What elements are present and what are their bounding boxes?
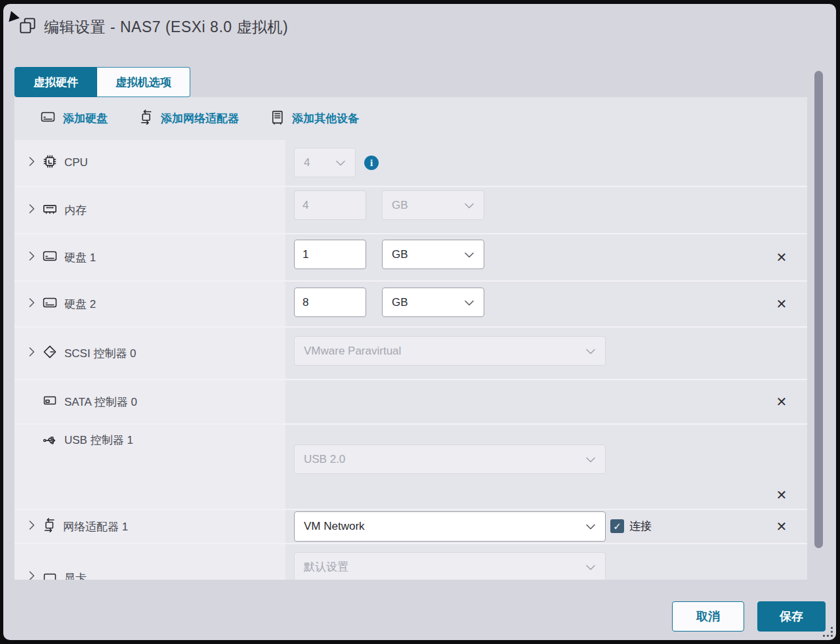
memory-unit-select: GB — [382, 190, 484, 220]
network-adapter-icon — [41, 517, 57, 536]
cancel-button[interactable]: 取消 — [672, 601, 744, 632]
row-label: 显卡 — [64, 570, 87, 580]
expand-chevron-icon[interactable] — [29, 204, 35, 217]
expand-chevron-icon[interactable] — [29, 347, 35, 360]
network-value: VM Network — [304, 520, 365, 533]
hard-disk-icon — [39, 109, 56, 128]
row-cpu: CPU 4 i — [14, 140, 807, 186]
row-network-label-cell: 网络适配器 1 — [14, 510, 285, 543]
disk2-size-input[interactable] — [294, 288, 366, 317]
network-connect-group: ✓ 连接 — [610, 519, 652, 534]
network-connect-checkbox[interactable]: ✓ — [610, 519, 624, 533]
other-device-icon — [269, 109, 285, 129]
scsi-controller-icon — [41, 343, 58, 363]
row-hard-disk-2-label-cell: 硬盘 2 — [14, 282, 285, 326]
hard-disk-icon — [41, 248, 58, 267]
memory-size-input — [294, 190, 366, 220]
row-label: 硬盘 1 — [64, 250, 96, 265]
scsi-type-value: VMware Paravirtual — [304, 345, 401, 358]
video-card-select: 默认设置 — [294, 552, 606, 580]
row-hard-disk-2: 硬盘 2 GB ✕ — [14, 280, 807, 326]
row-label: SATA 控制器 0 — [64, 395, 137, 410]
row-hard-disk-1-label-cell: 硬盘 1 — [14, 234, 285, 280]
remove-disk1-button[interactable]: ✕ — [773, 249, 790, 266]
row-scsi-label-cell: SCSI 控制器 0 — [14, 328, 285, 379]
network-select[interactable]: VM Network — [294, 511, 606, 542]
hardware-panel: 添加硬盘 添加网络适配器 — [14, 97, 807, 580]
network-connect-label: 连接 — [629, 519, 652, 534]
row-hard-disk-1: 硬盘 1 GB ✕ — [14, 233, 807, 280]
edit-settings-dialog: 编辑设置 - NAS7 (ESXi 8.0 虚拟机) 虚拟硬件 虚拟机选项 添加… — [3, 4, 836, 640]
save-button[interactable]: 保存 — [757, 601, 826, 632]
row-label: 内存 — [64, 203, 87, 218]
row-usb-label-cell: USB 控制器 1 — [14, 425, 285, 509]
row-memory-label-cell: 内存 — [14, 187, 285, 233]
video-card-icon — [41, 570, 58, 580]
remove-usb-button[interactable]: ✕ — [773, 486, 790, 504]
vm-edit-icon — [18, 16, 37, 38]
tab-bar: 虚拟硬件 虚拟机选项 — [14, 67, 190, 97]
add-hard-disk-button[interactable]: 添加硬盘 — [39, 109, 108, 128]
row-label: 网络适配器 1 — [63, 519, 128, 534]
add-other-device-label: 添加其他设备 — [292, 111, 359, 126]
network-adapter-icon — [138, 109, 154, 129]
expand-chevron-icon[interactable] — [29, 156, 35, 169]
vertical-scrollbar[interactable] — [814, 71, 823, 548]
remove-sata-button[interactable]: ✕ — [773, 393, 790, 410]
cpu-info-icon[interactable]: i — [364, 156, 379, 170]
dialog-header: 编辑设置 - NAS7 (ESXi 8.0 虚拟机) — [18, 16, 288, 38]
row-scsi-controller: SCSI 控制器 0 VMware Paravirtual — [14, 326, 807, 379]
hard-disk-icon — [41, 295, 58, 313]
add-network-adapter-button[interactable]: 添加网络适配器 — [138, 109, 239, 129]
disk1-size-input[interactable] — [294, 240, 366, 269]
row-sata-controller: SATA 控制器 0 ✕ — [14, 379, 807, 423]
expand-chevron-icon[interactable] — [29, 251, 35, 264]
cpu-count-select: 4 — [294, 148, 356, 177]
row-label: CPU — [64, 156, 88, 169]
expand-chevron-icon[interactable] — [29, 520, 35, 533]
video-card-value: 默认设置 — [304, 559, 348, 574]
disk2-unit-value: GB — [392, 296, 408, 309]
row-label: 硬盘 2 — [64, 297, 96, 312]
resize-grip[interactable] — [824, 628, 833, 637]
row-sata-label-cell: SATA 控制器 0 — [14, 380, 285, 423]
disk1-unit-value: GB — [392, 248, 408, 261]
scsi-type-select: VMware Paravirtual — [294, 336, 606, 366]
cpu-icon — [41, 153, 58, 173]
row-usb-controller: USB 控制器 1 USB 2.0 ✕ — [14, 423, 807, 509]
device-rows: CPU 4 i — [14, 140, 807, 580]
expand-chevron-icon[interactable] — [29, 570, 35, 580]
add-hard-disk-label: 添加硬盘 — [63, 111, 108, 126]
memory-icon — [41, 200, 58, 220]
add-network-adapter-label: 添加网络适配器 — [161, 111, 239, 126]
disk1-unit-select[interactable]: GB — [382, 240, 484, 269]
tab-virtual-hardware[interactable]: 虚拟硬件 — [14, 67, 97, 97]
add-device-toolbar: 添加硬盘 添加网络适配器 — [14, 97, 807, 140]
usb-controller-icon — [41, 433, 58, 451]
row-memory: 内存 GB — [14, 186, 807, 233]
row-label: SCSI 控制器 0 — [64, 346, 136, 361]
row-network-adapter: 网络适配器 1 VM Network ✓ 连接 ✕ — [14, 509, 807, 543]
disk2-unit-select[interactable]: GB — [382, 288, 484, 317]
row-video-card: 显卡 默认设置 — [14, 543, 807, 580]
sata-controller-icon — [41, 393, 58, 411]
cpu-count-value: 4 — [304, 156, 310, 169]
row-label: USB 控制器 1 — [64, 433, 133, 448]
row-video-card-label-cell: 显卡 — [14, 544, 285, 580]
row-cpu-label-cell: CPU — [14, 140, 285, 186]
dialog-title: 编辑设置 - NAS7 (ESXi 8.0 虚拟机) — [44, 17, 288, 37]
remove-network-button[interactable]: ✕ — [773, 518, 790, 535]
tab-vm-options[interactable]: 虚拟机选项 — [97, 67, 190, 97]
usb-version-select: USB 2.0 — [294, 444, 606, 474]
remove-disk2-button[interactable]: ✕ — [773, 295, 790, 312]
expand-chevron-icon[interactable] — [29, 297, 35, 311]
usb-version-value: USB 2.0 — [304, 453, 345, 466]
memory-unit-value: GB — [392, 199, 408, 212]
add-other-device-button[interactable]: 添加其他设备 — [269, 109, 359, 129]
